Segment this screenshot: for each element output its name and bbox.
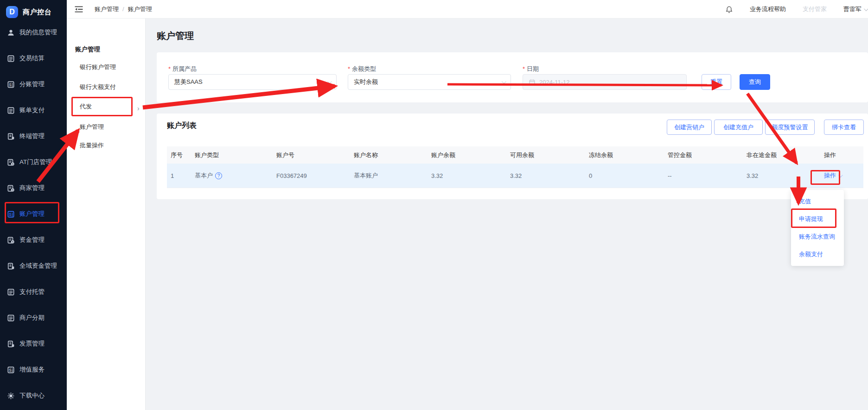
sidebar-item-download-center[interactable]: 下载中心 bbox=[0, 383, 67, 409]
filter-card: *所属产品 *余额类型 *日期 慧美SAAS 实时余额 2024-11-12 重… bbox=[157, 52, 868, 102]
action-dropdown-menu: 充值 申请提现 账务流水查询 余额支付 bbox=[791, 190, 844, 266]
quota-alert-settings-button[interactable]: 额度预警设置 bbox=[765, 120, 815, 135]
sidebar-item-label: 终端管理 bbox=[19, 132, 45, 140]
col-header: 账户类型 bbox=[191, 151, 273, 159]
required-marker: * bbox=[523, 65, 525, 72]
query-button[interactable]: 查询 bbox=[740, 74, 770, 90]
col-header: 操作 bbox=[809, 151, 863, 159]
cell-available-balance: 3.32 bbox=[506, 172, 585, 179]
list-icon bbox=[7, 288, 15, 296]
create-marketing-account-button[interactable]: 创建营销户 bbox=[667, 120, 712, 135]
cell-non-transit-amount: 3.32 bbox=[743, 172, 809, 179]
menu-item-balance-payment[interactable]: 余额支付 bbox=[791, 246, 844, 263]
page-title: 账户管理 bbox=[157, 30, 194, 42]
sidebar-item-label: 下载中心 bbox=[19, 391, 45, 400]
required-marker: * bbox=[348, 65, 350, 72]
submenu-item-bank-account-management[interactable]: 银行账户管理 bbox=[80, 60, 116, 74]
user-menu[interactable]: 曹雷军 bbox=[843, 5, 867, 13]
doc-badge-icon bbox=[7, 340, 15, 348]
balance-type-select[interactable]: 实时余额 bbox=[348, 74, 511, 90]
sidebar-menu: 我的信息管理 交易结算 分账管理 账单支付 终端管理 AT门店管理 商家管理 账… bbox=[0, 19, 67, 409]
cell-account-balance: 3.32 bbox=[428, 172, 506, 179]
list-icon bbox=[7, 314, 15, 322]
user-icon bbox=[7, 29, 15, 37]
sidebar-item-label: AT门店管理 bbox=[19, 158, 52, 166]
sidebar-item-label: 分账管理 bbox=[19, 80, 45, 88]
main-sidebar: D 商户控台 我的信息管理 交易结算 分账管理 账单支付 终端管理 AT门店管理… bbox=[0, 0, 67, 410]
col-header: 账户号 bbox=[273, 151, 350, 159]
chevron-down-icon bbox=[864, 6, 868, 11]
submenu-item-payout[interactable]: 代发 bbox=[80, 100, 92, 114]
account-table: 序号 账户类型 账户号 账户名称 账户余额 可用余额 冻结余额 管控金额 非在途… bbox=[167, 146, 863, 188]
row-action-link[interactable]: 操作 bbox=[824, 171, 842, 180]
product-label: *所属产品 bbox=[168, 65, 197, 73]
breadcrumb-separator: / bbox=[122, 6, 124, 13]
doc-clock-icon bbox=[7, 236, 15, 244]
menu-item-transaction-flow-query[interactable]: 账务流水查询 bbox=[791, 228, 844, 246]
account-type-text: 基本户 bbox=[195, 171, 213, 180]
app-title: 商户控台 bbox=[23, 8, 51, 17]
menu-item-withdraw-apply[interactable]: 申请提现 bbox=[791, 210, 844, 228]
label-text: 日期 bbox=[527, 65, 539, 72]
breadcrumb-item: 账户管理 bbox=[128, 5, 152, 13]
col-header: 序号 bbox=[167, 151, 191, 159]
create-recharge-account-button[interactable]: 创建充值户 bbox=[714, 120, 763, 135]
product-select[interactable]: 慧美SAAS bbox=[168, 74, 337, 90]
submenu-item-bank-large-payment[interactable]: 银行大额支付 bbox=[80, 80, 116, 94]
sidebar-item-funds-management[interactable]: 资金管理 bbox=[0, 227, 67, 253]
logo-icon: D bbox=[6, 6, 18, 18]
sidebar-item-merchant-installment[interactable]: 商户分期 bbox=[0, 305, 67, 331]
submenu-item-account-management[interactable]: 账户管理 bbox=[80, 120, 104, 134]
col-header: 冻结余额 bbox=[585, 151, 664, 159]
sidebar-item-value-added-services[interactable]: 增值服务 bbox=[0, 357, 67, 383]
sidebar-item-invoice-management[interactable]: 发票管理 bbox=[0, 331, 67, 357]
doc-badge-icon bbox=[7, 132, 15, 140]
sidebar-item-ledger-management[interactable]: 分账管理 bbox=[0, 71, 67, 97]
sidebar-item-at-store-management[interactable]: AT门店管理 bbox=[0, 149, 67, 175]
sidebar-item-transaction-settlement[interactable]: 交易结算 bbox=[0, 45, 67, 71]
expand-arrow-icon[interactable]: › bbox=[137, 105, 140, 112]
app-logo[interactable]: D 商户控台 bbox=[0, 0, 67, 18]
sidebar-item-global-funds-management[interactable]: 全域资金管理 bbox=[0, 253, 67, 279]
chevron-down-icon bbox=[327, 79, 332, 84]
payment-assistant-link[interactable]: 支付管家 bbox=[803, 5, 827, 13]
date-input-value: 2024-11-12 bbox=[539, 79, 570, 86]
date-label: *日期 bbox=[523, 65, 539, 73]
bell-icon[interactable] bbox=[725, 6, 733, 13]
col-header: 非在途金额 bbox=[743, 151, 809, 159]
sidebar-item-terminal-management[interactable]: 终端管理 bbox=[0, 123, 67, 149]
sidebar-item-account-management[interactable]: 账户管理 bbox=[0, 201, 67, 227]
cell-account-name: 基本账户 bbox=[350, 171, 428, 180]
submenu: 账户管理 银行账户管理 银行大额支付 代发 账户管理 批量操作 › bbox=[67, 19, 146, 410]
sidebar-item-label: 发票管理 bbox=[19, 340, 45, 348]
col-header: 管控金额 bbox=[664, 151, 743, 159]
sidebar-item-payment-custody[interactable]: 支付托管 bbox=[0, 279, 67, 305]
breadcrumb: 账户管理 / 账户管理 bbox=[95, 5, 152, 13]
table-row: 1 基本户 ? F03367249 基本账户 3.32 3.32 0 -- 3.… bbox=[167, 164, 863, 188]
required-marker: * bbox=[168, 65, 171, 72]
breadcrumb-item[interactable]: 账户管理 bbox=[95, 5, 119, 13]
table-header-row: 序号 账户类型 账户号 账户名称 账户余额 可用余额 冻结余额 管控金额 非在途… bbox=[167, 146, 863, 164]
menu-fold-icon[interactable] bbox=[74, 5, 83, 13]
help-link[interactable]: 业务流程帮助 bbox=[750, 5, 786, 13]
sidebar-item-my-info[interactable]: 我的信息管理 bbox=[0, 19, 67, 45]
sidebar-item-label: 资金管理 bbox=[19, 236, 45, 244]
sidebar-item-merchant-management[interactable]: 商家管理 bbox=[0, 175, 67, 201]
doc-clock-icon bbox=[7, 184, 15, 192]
sidebar-item-bill-payment[interactable]: 账单支付 bbox=[0, 97, 67, 123]
menu-item-recharge[interactable]: 充值 bbox=[791, 193, 844, 210]
label-text: 余额类型 bbox=[352, 65, 376, 72]
card-binding-view-button[interactable]: 绑卡查看 bbox=[824, 120, 864, 135]
topbar-right: 业务流程帮助 支付管家 曹雷军 bbox=[725, 0, 868, 19]
sidebar-item-label: 我的信息管理 bbox=[19, 28, 57, 37]
col-header: 可用余额 bbox=[506, 151, 585, 159]
list-icon bbox=[7, 55, 15, 63]
account-list-title: 账户列表 bbox=[167, 121, 197, 131]
sidebar-item-label: 增值服务 bbox=[19, 366, 45, 374]
submenu-item-batch-operation[interactable]: 批量操作 bbox=[80, 139, 104, 152]
sidebar-item-label: 商家管理 bbox=[19, 184, 45, 192]
sidebar-item-label: 账户管理 bbox=[19, 210, 45, 218]
reset-button[interactable]: 重置 bbox=[702, 74, 731, 90]
help-circle-icon[interactable]: ? bbox=[215, 172, 222, 179]
date-input: 2024-11-12 bbox=[523, 74, 687, 90]
